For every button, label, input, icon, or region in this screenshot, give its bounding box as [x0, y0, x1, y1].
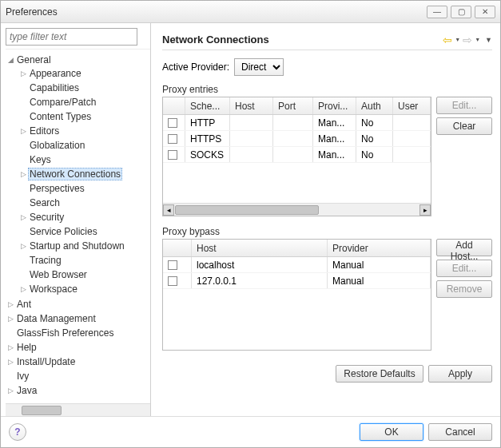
filter-input[interactable] — [6, 28, 137, 46]
tree-node-ant[interactable]: ▷Ant — [6, 298, 150, 311]
expand-icon: ◢ — [6, 56, 15, 64]
titlebar: Preferences ― ▢ ✕ — [1, 1, 500, 23]
table-row[interactable]: SOCKSMan...No — [163, 147, 431, 163]
table-row[interactable]: HTTPSMan...No — [163, 131, 431, 147]
scrollbar-thumb[interactable] — [175, 205, 319, 215]
tree-node-globalization[interactable]: Globalization — [18, 139, 150, 152]
expand-icon: ▷ — [6, 300, 15, 308]
remove-button[interactable]: Remove — [436, 280, 492, 298]
tree-node-web-browser[interactable]: Web Browser — [18, 268, 150, 281]
tree-node-workspace[interactable]: ▷Workspace — [18, 283, 150, 295]
right-panel: Network Connections ⇦▼ ⇨▼ ▼ Active Provi… — [151, 23, 500, 416]
tree-node-service-policies[interactable]: Service Policies — [18, 225, 150, 238]
tree-node-security[interactable]: ▷Security — [18, 211, 150, 224]
apply-button[interactable]: Apply — [428, 365, 492, 383]
proxy-entries-table[interactable]: Sche... Host Port Provi... Auth User HTT… — [162, 97, 431, 216]
add-host-button[interactable]: Add Host... — [436, 239, 492, 256]
tree-node-data-management[interactable]: ▷Data Management — [6, 312, 150, 325]
maximize-button[interactable]: ▢ — [451, 6, 471, 18]
expand-icon: ▷ — [6, 358, 15, 366]
expand-icon: ▷ — [6, 343, 15, 351]
bypass-table[interactable]: Host Provider localhostManual 127.0.0.1M… — [162, 239, 431, 351]
bypass-table-body: localhostManual 127.0.0.1Manual — [163, 257, 431, 350]
bypass-buttons: Add Host... Edit... Remove — [436, 239, 492, 351]
tree-node-help[interactable]: ▷Help — [6, 341, 150, 354]
tree-node-editors[interactable]: ▷Editors — [18, 125, 150, 137]
header-nav: ⇦▼ ⇨▼ ▼ — [442, 34, 492, 46]
help-icon[interactable]: ? — [9, 423, 26, 441]
proxy-edit-button[interactable]: Edit... — [436, 97, 492, 114]
table-row[interactable]: HTTPMan...No — [163, 115, 431, 131]
proxy-entries-group: Sche... Host Port Provi... Auth User HTT… — [162, 97, 492, 216]
col-host[interactable]: Host — [230, 97, 273, 114]
tree-node-ivy[interactable]: Ivy — [6, 370, 150, 383]
col-user[interactable]: User — [393, 97, 431, 114]
close-button[interactable]: ✕ — [475, 6, 495, 18]
expand-icon: ▷ — [18, 170, 28, 178]
page-title: Network Connections — [162, 34, 442, 46]
scrollbar-thumb[interactable] — [22, 406, 62, 415]
row-checkbox[interactable] — [168, 260, 177, 270]
page-footer-buttons: Restore Defaults Apply — [162, 360, 492, 387]
scroll-left-icon[interactable]: ◂ — [163, 204, 174, 216]
tree-node-glassfish[interactable]: GlassFish Preferences — [6, 327, 150, 339]
scroll-right-icon[interactable]: ▸ — [419, 204, 431, 216]
bypass-table-header: Host Provider — [163, 240, 431, 257]
tree-node-install-update[interactable]: ▷Install/Update — [6, 355, 150, 368]
proxy-table-body: HTTPMan...No HTTPSMan...No SOCKSMan...No — [163, 115, 431, 203]
tree-node-appearance[interactable]: ▷Appearance — [18, 67, 150, 80]
tree-node-perspectives[interactable]: Perspectives — [18, 182, 150, 195]
row-checkbox[interactable] — [168, 118, 177, 128]
col-schema[interactable]: Sche... — [185, 97, 230, 114]
forward-drop-icon[interactable]: ▼ — [475, 37, 480, 42]
tree-node-capabilities[interactable]: Capabilities — [18, 81, 150, 94]
proxy-buttons: Edit... Clear — [436, 97, 492, 216]
row-checkbox[interactable] — [168, 276, 177, 286]
col-provider[interactable]: Provider — [328, 240, 431, 256]
expand-icon: ▷ — [6, 387, 15, 394]
tree-node-content-types[interactable]: Content Types — [18, 110, 150, 123]
tree-node-general[interactable]: ◢General — [6, 54, 150, 66]
table-row[interactable]: 127.0.0.1Manual — [163, 273, 431, 289]
back-drop-icon[interactable]: ▼ — [455, 37, 460, 42]
col-provider[interactable]: Provi... — [313, 97, 356, 114]
col-port[interactable]: Port — [273, 97, 313, 114]
window-title: Preferences — [6, 6, 427, 18]
minimize-button[interactable]: ― — [427, 6, 447, 18]
tree-node-network-connections[interactable]: ▷Network Connections — [18, 168, 150, 180]
dialog-footer: ? OK Cancel — [1, 416, 500, 447]
tree-node-compare-patch[interactable]: Compare/Patch — [18, 96, 150, 109]
back-icon[interactable]: ⇦ — [442, 34, 453, 46]
expand-icon: ▷ — [18, 242, 28, 250]
menu-drop-icon[interactable]: ▼ — [485, 36, 492, 44]
tree-node-tracing[interactable]: Tracing — [18, 254, 150, 267]
expand-icon: ▷ — [18, 285, 28, 293]
col-checkbox — [163, 240, 192, 256]
cancel-button[interactable]: Cancel — [428, 423, 492, 441]
expand-icon: ▷ — [18, 127, 28, 135]
restore-defaults-button[interactable]: Restore Defaults — [336, 365, 423, 383]
tree-scroll[interactable]: ◢General ▷Appearance Capabilities Compar… — [6, 49, 150, 403]
provider-label: Active Provider: — [162, 61, 229, 73]
tree-node-startup-shutdown[interactable]: ▷Startup and Shutdown — [18, 240, 150, 252]
left-panel: ◢General ▷Appearance Capabilities Compar… — [1, 23, 151, 416]
bypass-edit-button[interactable]: Edit... — [436, 260, 492, 277]
col-host[interactable]: Host — [192, 240, 328, 256]
proxy-table-hscrollbar[interactable]: ◂ ▸ — [163, 203, 431, 216]
forward-icon[interactable]: ⇨ — [462, 34, 473, 46]
provider-select[interactable]: Direct — [234, 58, 284, 76]
window-buttons: ― ▢ ✕ — [427, 6, 495, 18]
tree-hscrollbar[interactable] — [6, 403, 150, 416]
row-checkbox[interactable] — [168, 150, 177, 160]
col-checkbox — [163, 97, 185, 114]
row-checkbox[interactable] — [168, 134, 177, 144]
tree-node-search[interactable]: Search — [18, 196, 150, 209]
proxy-clear-button[interactable]: Clear — [436, 117, 492, 135]
col-auth[interactable]: Auth — [356, 97, 393, 114]
ok-button[interactable]: OK — [360, 423, 423, 441]
page-header: Network Connections ⇦▼ ⇨▼ ▼ — [162, 30, 492, 50]
tree-node-java[interactable]: ▷Java — [6, 384, 150, 397]
provider-row: Active Provider: Direct — [162, 58, 492, 76]
tree-node-keys[interactable]: Keys — [18, 153, 150, 166]
table-row[interactable]: localhostManual — [163, 257, 431, 273]
